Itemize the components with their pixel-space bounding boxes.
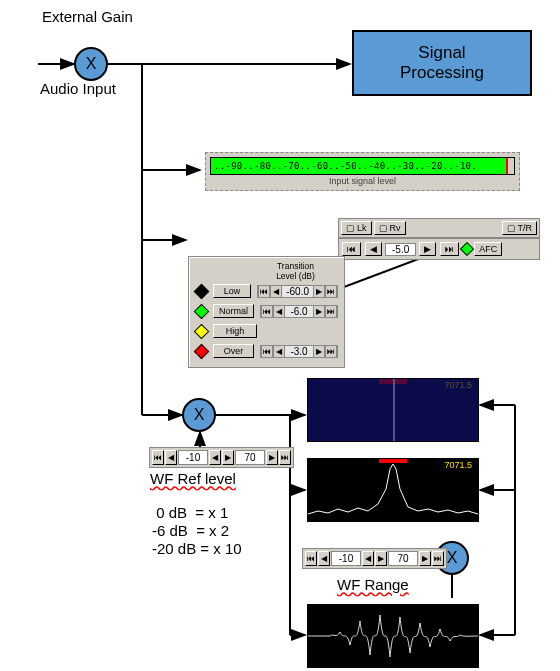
level-high-button[interactable]: High	[213, 324, 257, 338]
inc-button[interactable]: ▶	[313, 286, 325, 297]
inc-button[interactable]: ▶	[419, 551, 431, 566]
afc-value[interactable]: -5.0	[385, 243, 416, 256]
spectrum-freq: 7071.5	[444, 460, 472, 470]
wf-ref-multiplier: X	[182, 398, 216, 432]
wf-range-label: WF Range	[337, 576, 409, 593]
waterfall-display: 7071.5	[307, 378, 479, 442]
inc-fast-button[interactable]: ⏭	[325, 286, 337, 297]
afc-toggle[interactable]: AFC	[474, 242, 502, 256]
level-low-spinner[interactable]: ⏮◀-60.0▶⏭	[257, 285, 338, 298]
inc-button[interactable]: ▶	[266, 450, 278, 465]
dec-button[interactable]: ◀	[273, 346, 285, 357]
meter-bar: ..-90..-80..-70..-60..-50..-40..-30..-20…	[210, 157, 515, 175]
dec-fast-button[interactable]: ⏮	[305, 551, 317, 566]
level-normal-spinner[interactable]: ⏮◀-6.0▶⏭	[260, 305, 338, 318]
dec-fast-button[interactable]: ⏮	[261, 306, 273, 317]
dec-fast-button[interactable]: ⏮	[261, 346, 273, 357]
afc-control-strip[interactable]: ▢Lk ▢Rv ▢T/R	[338, 218, 540, 238]
dec-button[interactable]: ◀	[318, 551, 330, 566]
level-normal-button[interactable]: Normal	[213, 304, 254, 318]
inc-fast-button[interactable]: ⏭	[279, 450, 291, 465]
level-value[interactable]: -3.0	[285, 346, 313, 357]
afc-value-strip[interactable]: ⏮ ◀ -5.0 ▶ ⏭ AFC	[338, 238, 540, 260]
transition-row-over: Over⏮◀-3.0▶⏭	[193, 341, 338, 361]
external-gain-multiplier: X	[74, 47, 108, 81]
dec-button[interactable]: ◀	[273, 306, 285, 317]
wf-range-value-a[interactable]: -10	[331, 551, 361, 566]
inc-button[interactable]: ▶	[313, 346, 325, 357]
gain-map-label: 0 dB = x 1 -6 dB = x 2 -20 dB = x 10	[152, 504, 242, 558]
wf-ref-value-b[interactable]: 70	[235, 450, 265, 465]
inc-fast-button[interactable]: ⏭	[325, 346, 337, 357]
level-diamond-icon	[194, 343, 210, 359]
dec-button[interactable]: ◀	[165, 450, 177, 465]
level-diamond-icon	[194, 323, 210, 339]
spectrum-display: 7071.5	[307, 458, 479, 522]
signal-processing-block: Signal Processing	[352, 30, 532, 96]
level-over-spinner[interactable]: ⏮◀-3.0▶⏭	[260, 345, 338, 358]
afc-inc-button[interactable]: ▶	[419, 242, 436, 256]
mid2-button[interactable]: ▶	[222, 450, 234, 465]
dec-fast-button[interactable]: ⏮	[152, 450, 164, 465]
level-value[interactable]: -60.0	[282, 286, 313, 297]
mid-button[interactable]: ◀	[362, 551, 374, 566]
wf-range-spinner[interactable]: ⏮ ◀ -10 ◀ ▶ 70 ▶ ⏭	[302, 548, 447, 569]
transition-level-panel: Transition Level (dB) Low⏮◀-60.0▶⏭Normal…	[188, 256, 345, 368]
level-low-button[interactable]: Low	[213, 284, 251, 298]
meter-caption: Input signal level	[210, 176, 515, 186]
wf-range-value-b[interactable]: 70	[388, 551, 418, 566]
wf-ref-value-a[interactable]: -10	[178, 450, 208, 465]
reverse-toggle[interactable]: ▢Rv	[374, 221, 406, 235]
level-diamond-icon	[194, 303, 210, 319]
afc-inc-fast-button[interactable]: ⏭	[440, 242, 459, 256]
svg-rect-19	[308, 379, 478, 441]
lock-toggle[interactable]: ▢Lk	[341, 221, 372, 235]
oscilloscope-display	[307, 604, 479, 668]
mid2-button[interactable]: ▶	[375, 551, 387, 566]
tr-toggle[interactable]: ▢T/R	[502, 221, 538, 235]
oscilloscope-trace	[308, 605, 478, 667]
level-diamond-icon	[194, 283, 210, 299]
mid-button[interactable]: ◀	[209, 450, 221, 465]
external-gain-label: External Gain	[42, 8, 133, 25]
wf-ref-label: WF Ref level	[150, 470, 236, 487]
afc-dec-button[interactable]: ◀	[365, 242, 382, 256]
afc-led-icon	[460, 242, 474, 256]
transition-row-low: Low⏮◀-60.0▶⏭	[193, 281, 338, 301]
inc-fast-button[interactable]: ⏭	[432, 551, 444, 566]
inc-fast-button[interactable]: ⏭	[325, 306, 337, 317]
transition-row-normal: Normal⏮◀-6.0▶⏭	[193, 301, 338, 321]
wf-ref-spinner[interactable]: ⏮ ◀ -10 ◀ ▶ 70 ▶ ⏭	[149, 447, 294, 468]
afc-dec-fast-button[interactable]: ⏮	[342, 242, 361, 256]
audio-input-label: Audio Input	[40, 80, 116, 97]
dec-button[interactable]: ◀	[270, 286, 282, 297]
transition-row-high: High	[193, 321, 338, 341]
spectrum-marker-top	[379, 459, 407, 463]
dec-fast-button[interactable]: ⏮	[258, 286, 270, 297]
level-over-button[interactable]: Over	[213, 344, 254, 358]
transition-title: Transition Level (dB)	[253, 261, 338, 281]
inc-button[interactable]: ▶	[313, 306, 325, 317]
level-value[interactable]: -6.0	[285, 306, 313, 317]
input-level-meter: ..-90..-80..-70..-60..-50..-40..-30..-20…	[205, 152, 520, 191]
